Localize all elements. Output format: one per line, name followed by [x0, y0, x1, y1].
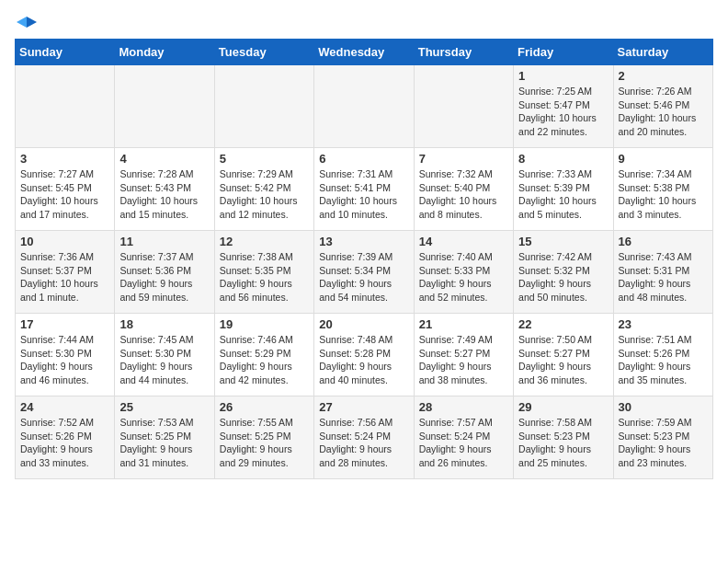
header-day-thursday: Thursday [414, 40, 513, 65]
day-number: 24 [20, 400, 109, 414]
cell-info: Sunrise: 7:31 AM Sunset: 5:41 PM Dayligh… [319, 167, 408, 222]
calendar-cell: 26Sunrise: 7:55 AM Sunset: 5:25 PM Dayli… [214, 396, 313, 479]
day-number: 4 [119, 152, 209, 166]
calendar-cell: 8Sunrise: 7:33 AM Sunset: 5:39 PM Daylig… [514, 148, 613, 231]
cell-info: Sunrise: 7:33 AM Sunset: 5:39 PM Dayligh… [518, 167, 608, 222]
calendar-cell: 12Sunrise: 7:38 AM Sunset: 5:35 PM Dayli… [214, 231, 313, 314]
svg-marker-1 [17, 17, 27, 28]
day-number: 6 [319, 152, 408, 166]
calendar-cell: 14Sunrise: 7:40 AM Sunset: 5:33 PM Dayli… [414, 231, 513, 314]
cell-info: Sunrise: 7:59 AM Sunset: 5:23 PM Dayligh… [619, 416, 708, 470]
cell-info: Sunrise: 7:36 AM Sunset: 5:37 PM Dayligh… [20, 250, 109, 304]
calendar-cell: 3Sunrise: 7:27 AM Sunset: 5:45 PM Daylig… [16, 148, 115, 231]
day-number: 30 [619, 400, 708, 414]
header-day-friday: Friday [514, 40, 613, 65]
header-day-saturday: Saturday [613, 40, 712, 65]
day-number: 3 [20, 152, 109, 166]
cell-info: Sunrise: 7:52 AM Sunset: 5:26 PM Dayligh… [20, 416, 109, 470]
cell-info: Sunrise: 7:57 AM Sunset: 5:24 PM Dayligh… [419, 416, 508, 470]
header [15, 15, 713, 31]
day-number: 11 [119, 235, 209, 248]
day-number: 13 [319, 235, 408, 248]
header-day-sunday: Sunday [16, 40, 115, 65]
day-number: 19 [220, 317, 309, 331]
calendar-cell: 23Sunrise: 7:51 AM Sunset: 5:26 PM Dayli… [613, 314, 712, 396]
calendar-cell [414, 65, 513, 148]
day-number: 20 [319, 317, 408, 331]
calendar-cell: 27Sunrise: 7:56 AM Sunset: 5:24 PM Dayli… [314, 396, 414, 479]
cell-info: Sunrise: 7:32 AM Sunset: 5:40 PM Dayligh… [419, 167, 508, 222]
calendar-cell: 2Sunrise: 7:26 AM Sunset: 5:46 PM Daylig… [613, 65, 712, 148]
cell-info: Sunrise: 7:45 AM Sunset: 5:30 PM Dayligh… [119, 333, 209, 387]
cell-info: Sunrise: 7:40 AM Sunset: 5:33 PM Dayligh… [419, 250, 508, 304]
logo [15, 15, 37, 31]
day-number: 2 [619, 69, 708, 83]
calendar-cell [115, 65, 214, 148]
calendar-table: SundayMondayTuesdayWednesdayThursdayFrid… [15, 39, 713, 479]
cell-info: Sunrise: 7:48 AM Sunset: 5:28 PM Dayligh… [319, 333, 408, 387]
cell-info: Sunrise: 7:58 AM Sunset: 5:23 PM Dayligh… [518, 416, 608, 470]
calendar-cell [314, 65, 414, 148]
cell-info: Sunrise: 7:25 AM Sunset: 5:47 PM Dayligh… [518, 85, 608, 139]
cell-info: Sunrise: 7:51 AM Sunset: 5:26 PM Dayligh… [619, 333, 708, 387]
cell-info: Sunrise: 7:55 AM Sunset: 5:25 PM Dayligh… [220, 416, 309, 470]
day-number: 16 [619, 235, 708, 248]
day-number: 1 [518, 69, 608, 83]
day-number: 14 [419, 235, 508, 248]
calendar-cell: 22Sunrise: 7:50 AM Sunset: 5:27 PM Dayli… [514, 314, 613, 396]
cell-info: Sunrise: 7:53 AM Sunset: 5:25 PM Dayligh… [119, 416, 209, 470]
calendar-cell: 20Sunrise: 7:48 AM Sunset: 5:28 PM Dayli… [314, 314, 414, 396]
svg-marker-0 [27, 17, 37, 28]
calendar-cell: 6Sunrise: 7:31 AM Sunset: 5:41 PM Daylig… [314, 148, 414, 231]
calendar-cell: 9Sunrise: 7:34 AM Sunset: 5:38 PM Daylig… [613, 148, 712, 231]
cell-info: Sunrise: 7:49 AM Sunset: 5:27 PM Dayligh… [419, 333, 508, 387]
day-number: 8 [518, 152, 608, 166]
calendar-cell: 17Sunrise: 7:44 AM Sunset: 5:30 PM Dayli… [16, 314, 115, 396]
calendar-cell: 4Sunrise: 7:28 AM Sunset: 5:43 PM Daylig… [115, 148, 214, 231]
day-number: 9 [619, 152, 708, 166]
calendar-cell: 5Sunrise: 7:29 AM Sunset: 5:42 PM Daylig… [214, 148, 313, 231]
calendar-cell: 25Sunrise: 7:53 AM Sunset: 5:25 PM Dayli… [115, 396, 214, 479]
day-number: 28 [419, 400, 508, 414]
cell-info: Sunrise: 7:26 AM Sunset: 5:46 PM Dayligh… [619, 85, 708, 139]
calendar-cell: 7Sunrise: 7:32 AM Sunset: 5:40 PM Daylig… [414, 148, 513, 231]
day-number: 12 [220, 235, 309, 248]
calendar-cell: 19Sunrise: 7:46 AM Sunset: 5:29 PM Dayli… [214, 314, 313, 396]
calendar-cell: 13Sunrise: 7:39 AM Sunset: 5:34 PM Dayli… [314, 231, 414, 314]
calendar-cell: 21Sunrise: 7:49 AM Sunset: 5:27 PM Dayli… [414, 314, 513, 396]
cell-info: Sunrise: 7:43 AM Sunset: 5:31 PM Dayligh… [619, 250, 708, 304]
day-number: 22 [518, 317, 608, 331]
day-number: 23 [619, 317, 708, 331]
cell-info: Sunrise: 7:46 AM Sunset: 5:29 PM Dayligh… [220, 333, 309, 387]
day-number: 21 [419, 317, 508, 331]
day-number: 25 [119, 400, 209, 414]
calendar-cell: 18Sunrise: 7:45 AM Sunset: 5:30 PM Dayli… [115, 314, 214, 396]
cell-info: Sunrise: 7:42 AM Sunset: 5:32 PM Dayligh… [518, 250, 608, 304]
day-number: 15 [518, 235, 608, 248]
calendar-week-row: 17Sunrise: 7:44 AM Sunset: 5:30 PM Dayli… [16, 314, 713, 396]
day-number: 7 [419, 152, 508, 166]
calendar-cell: 30Sunrise: 7:59 AM Sunset: 5:23 PM Dayli… [613, 396, 712, 479]
day-number: 10 [20, 235, 109, 248]
calendar-cell [214, 65, 313, 148]
logo-flag-icon [17, 15, 37, 35]
header-day-wednesday: Wednesday [314, 40, 414, 65]
cell-info: Sunrise: 7:39 AM Sunset: 5:34 PM Dayligh… [319, 250, 408, 304]
cell-info: Sunrise: 7:28 AM Sunset: 5:43 PM Dayligh… [119, 167, 209, 222]
cell-info: Sunrise: 7:29 AM Sunset: 5:42 PM Dayligh… [220, 167, 309, 222]
cell-info: Sunrise: 7:27 AM Sunset: 5:45 PM Dayligh… [20, 167, 109, 222]
cell-info: Sunrise: 7:38 AM Sunset: 5:35 PM Dayligh… [220, 250, 309, 304]
calendar-cell: 10Sunrise: 7:36 AM Sunset: 5:37 PM Dayli… [16, 231, 115, 314]
day-number: 18 [119, 317, 209, 331]
day-number: 17 [20, 317, 109, 331]
header-row: SundayMondayTuesdayWednesdayThursdayFrid… [16, 40, 713, 65]
calendar-cell: 11Sunrise: 7:37 AM Sunset: 5:36 PM Dayli… [115, 231, 214, 314]
calendar-week-row: 3Sunrise: 7:27 AM Sunset: 5:45 PM Daylig… [16, 148, 713, 231]
day-number: 5 [220, 152, 309, 166]
day-number: 26 [220, 400, 309, 414]
cell-info: Sunrise: 7:37 AM Sunset: 5:36 PM Dayligh… [119, 250, 209, 304]
calendar-cell: 24Sunrise: 7:52 AM Sunset: 5:26 PM Dayli… [16, 396, 115, 479]
calendar-cell: 28Sunrise: 7:57 AM Sunset: 5:24 PM Dayli… [414, 396, 513, 479]
calendar-week-row: 24Sunrise: 7:52 AM Sunset: 5:26 PM Dayli… [16, 396, 713, 479]
calendar-cell: 15Sunrise: 7:42 AM Sunset: 5:32 PM Dayli… [514, 231, 613, 314]
